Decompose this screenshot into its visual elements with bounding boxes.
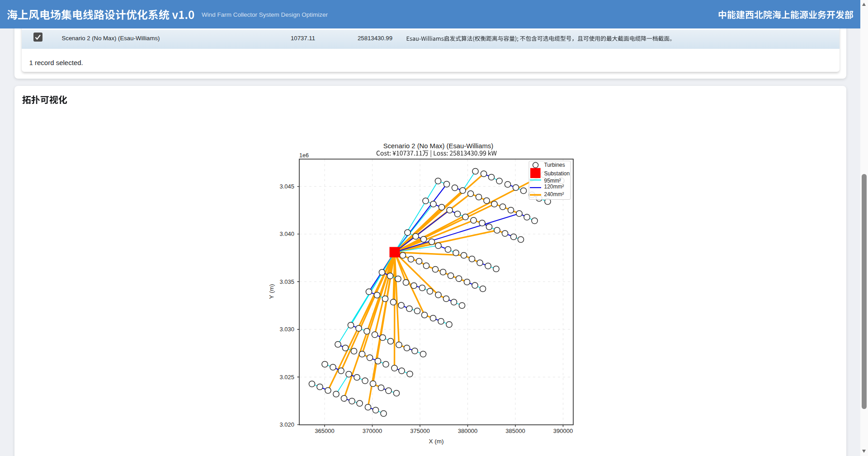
svg-text:3.035: 3.035 — [279, 278, 294, 285]
svg-text:370000: 370000 — [363, 428, 382, 434]
svg-text:95mm²: 95mm² — [544, 178, 561, 184]
svg-text:120mm²: 120mm² — [544, 183, 564, 190]
svg-text:Substation: Substation — [544, 170, 570, 177]
svg-text:Y (m): Y (m) — [268, 284, 275, 299]
svg-text:3.025: 3.025 — [279, 374, 294, 381]
svg-text:3.020: 3.020 — [279, 421, 294, 428]
svg-text:Scenario 2 (No Max) (Esau-Will: Scenario 2 (No Max) (Esau-Williams) — [383, 142, 493, 150]
svg-text:380000: 380000 — [458, 428, 477, 434]
svg-text:365000: 365000 — [315, 428, 334, 434]
svg-text:375000: 375000 — [410, 428, 429, 434]
svg-text:3.040: 3.040 — [279, 230, 294, 237]
svg-text:3.045: 3.045 — [279, 183, 294, 190]
svg-text:1e6: 1e6 — [299, 152, 309, 159]
svg-text:390000: 390000 — [553, 428, 573, 434]
svg-text:Turbines: Turbines — [544, 162, 565, 168]
svg-text:240mm²: 240mm² — [544, 191, 564, 197]
svg-text:385000: 385000 — [505, 428, 525, 434]
svg-text:X (m): X (m) — [429, 438, 444, 445]
svg-text:3.030: 3.030 — [279, 326, 294, 333]
